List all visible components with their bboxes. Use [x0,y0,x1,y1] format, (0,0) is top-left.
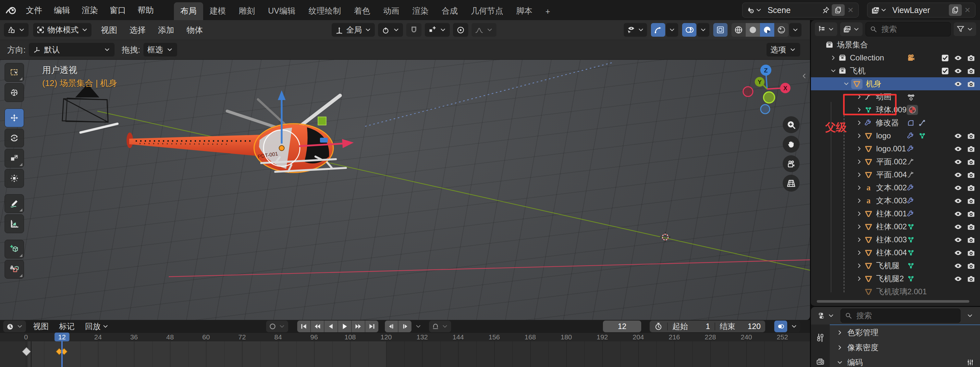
meshData-icon[interactable] [907,262,915,270]
play-reverse-button[interactable] [325,321,337,332]
workspace-tab-脚本[interactable]: 脚本 [510,2,539,20]
wrench-icon[interactable] [907,184,915,192]
workspace-tab-着色[interactable]: 着色 [348,2,377,20]
disable-render-camera-icon[interactable] [967,209,975,218]
outliner-search-input[interactable] [881,24,947,34]
keyframes-icon[interactable] [907,93,915,101]
tool-measure-button[interactable] [5,214,24,233]
orientation-dropdown[interactable]: 全局 [332,23,375,37]
tool-transform-button[interactable] [5,169,24,188]
outliner-row-柱体.002[interactable]: 柱体.002 [811,220,980,233]
anim-icon[interactable] [907,158,915,166]
outliner-search[interactable] [865,22,951,37]
shading-rendered-button[interactable] [774,23,789,37]
axis-neg-y-ball[interactable] [764,92,775,103]
outliner-row-Collection[interactable]: Collection [811,51,980,64]
outliner-row-文本.003[interactable]: a文本.003 [811,194,980,207]
wrench-icon[interactable] [907,132,915,140]
chevron-right-icon[interactable] [854,106,864,113]
properties-panel-像素密度[interactable]: 像素密度 [830,340,980,355]
auto-keying-group[interactable] [266,321,288,332]
xray-toggle[interactable] [713,23,727,37]
meshData-icon[interactable] [907,274,915,283]
outliner-row-飞机[interactable]: 飞机 [811,64,980,77]
properties-panel-编码[interactable]: 编码 [830,355,980,367]
chevron-right-icon[interactable] [829,54,838,61]
disable-render-camera-icon[interactable] [967,274,975,283]
outliner-row-球体.009[interactable]: 球体.009 [811,103,980,116]
disable-render-camera-icon[interactable] [967,222,975,231]
hide-eye-icon[interactable] [954,171,963,179]
gizmo-plane-handle-green[interactable] [318,117,326,125]
tab-tool-icon[interactable] [816,333,825,343]
chevron-right-icon[interactable] [854,275,864,282]
disable-render-camera-icon[interactable] [967,235,975,244]
snap-toggle[interactable] [406,23,422,37]
play-button[interactable] [338,321,351,332]
bevel-icon[interactable] [907,119,915,127]
workspace-tab-渲染[interactable]: 渲染 [406,2,435,20]
outliner-row-logo.001[interactable]: logo.001 [811,142,980,155]
tab-render-icon[interactable] [816,357,825,367]
viewlayer-selector[interactable]: ViewLayer ✕ [867,3,975,18]
properties-editor-type-button[interactable] [815,309,837,322]
hide-eye-icon[interactable] [954,262,963,270]
outliner-row-平面.004[interactable]: 平面.004 [811,168,980,181]
disable-render-camera-icon[interactable] [967,171,975,179]
overlays-toggle[interactable] [682,23,696,37]
hide-eye-icon[interactable] [954,145,963,153]
chevron-down-icon[interactable] [755,6,762,14]
sync-dropdown[interactable] [788,321,800,332]
axis-neg-x-ball[interactable] [743,87,753,96]
camera-view-button[interactable] [783,155,800,172]
playhead-flag[interactable]: 12 [54,333,70,341]
chevron-right-icon[interactable] [854,236,864,243]
workspace-tab-纹理绘制[interactable]: 纹理绘制 [302,2,348,20]
viewport-menu-选择[interactable]: 选择 [123,25,152,35]
sliders-icon[interactable] [966,359,974,366]
jump-to-end-button[interactable] [365,321,379,332]
pivot-dropdown[interactable] [378,23,403,37]
tool-scale-button[interactable] [5,149,24,168]
end-frame-value[interactable]: 120 [740,322,760,331]
outliner-row-柱体.004[interactable]: 柱体.004 [811,246,980,259]
playback-sync-toggle[interactable] [774,321,787,332]
outliner-row-柱体.001[interactable]: 柱体.001 [811,207,980,220]
chevron-down-icon[interactable] [415,323,422,330]
meshData-icon[interactable] [907,235,915,244]
timeline-menu-视图[interactable]: 视图 [28,321,54,332]
frame-forward-button[interactable] [398,321,412,332]
hide-eye-icon[interactable] [954,274,963,283]
meshData-icon[interactable] [907,249,915,257]
next-keyframe-button[interactable] [352,321,365,332]
hide-eye-icon[interactable] [954,196,963,205]
start-frame-value[interactable]: 1 [692,322,710,331]
shading-wireframe-button[interactable] [732,23,746,37]
options-dropdown[interactable]: 选项 [767,43,800,56]
current-frame-field[interactable]: 12 [603,321,641,332]
tool-cursor-button[interactable] [5,83,24,102]
gizmos-toggle[interactable] [651,23,665,37]
shading-material-button[interactable] [760,23,774,37]
hide-eye-icon[interactable] [954,222,963,231]
overlays-dropdown[interactable] [697,23,710,37]
meshData-icon[interactable] [907,222,915,231]
viewport-menu-添加[interactable]: 添加 [152,25,180,35]
disable-render-camera-icon[interactable] [967,262,975,270]
visibility-dropdown[interactable] [624,23,647,37]
pin-icon[interactable] [822,6,830,14]
keying-popover[interactable] [429,321,451,332]
chevron-right-icon[interactable] [854,158,864,165]
camData-icon[interactable] [907,54,915,62]
orientation-setting-dropdown[interactable]: 默认 [29,43,115,56]
timeline-menu-标记[interactable]: 标记 [54,321,80,332]
chevron-right-icon[interactable] [854,197,864,204]
hide-eye-icon[interactable] [954,235,963,244]
tool-move-button[interactable] [5,109,24,127]
outliner-row-场景集合[interactable]: 场景集合 [811,38,980,51]
hide-eye-icon[interactable] [954,54,963,62]
hide-eye-icon[interactable] [954,158,963,166]
disable-render-camera-icon[interactable] [967,132,975,140]
scene-selector[interactable]: Scene ✕ [742,3,858,18]
chevron-right-icon[interactable] [854,184,864,191]
